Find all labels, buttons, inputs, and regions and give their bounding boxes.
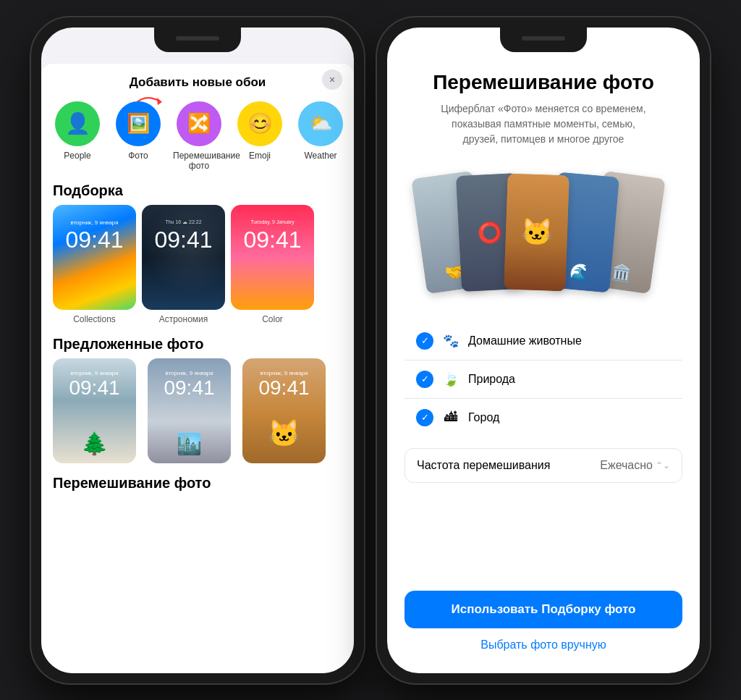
suggested-photo-3[interactable]: вторник, 9 января 09:41 🐱 (242, 358, 326, 463)
thumb-date-2: Thu 16 ☁ 22:22 (142, 214, 225, 225)
shuffle-icon-circle: 🔀 (177, 101, 221, 146)
weather-icon-circle: ⛅ (298, 101, 343, 146)
people-icon-label: People (64, 151, 90, 161)
icon-item-weather[interactable]: ⛅ Weather (290, 101, 351, 172)
column-icon: 🏛️ (610, 262, 632, 284)
left-phone-content: Добавить новые обои × 👤 People (41, 28, 354, 673)
manual-select-button[interactable]: Выбрать фото вручную (480, 638, 606, 651)
thumb-label-color: Color (262, 314, 283, 324)
option-item-city[interactable]: ✓ 🏙 Город (405, 399, 682, 437)
building-icon: 🏙️ (177, 432, 202, 456)
check-nature: ✓ (416, 371, 433, 388)
collection-thumbnails: вторник, 9 января 09:41 Collections Thu … (41, 205, 354, 327)
photo-collage: 🤝 ⭕ 🐱 🌊 � (405, 160, 682, 305)
thumb-label-astronomy: Астрономия (159, 314, 208, 324)
shuffle-icon-label: Перемешивание фото (173, 151, 225, 172)
icon-row: 👤 People 🖼️ Фото (41, 96, 354, 174)
suggested-date-2: вторник, 9 января (148, 366, 231, 376)
thumb-time-2: 09:41 (142, 227, 225, 253)
city-icon: 🏙 (442, 410, 460, 425)
thumb-item-color[interactable]: Tuesday, 9 January 09:41 Color (231, 205, 314, 324)
left-phone: Добавить новые обои × 👤 People (31, 17, 364, 683)
emoji-icon-label: Emoji (249, 151, 271, 161)
detail-scroll: Перемешивание фото Циферблат «Фото» меня… (387, 56, 700, 591)
use-collection-button[interactable]: Использовать Подборку фото (405, 591, 682, 628)
chevron-icon: ⌃⌄ (656, 460, 670, 471)
icon-item-people[interactable]: 👤 People (47, 101, 108, 172)
thumb-collections: вторник, 9 января 09:41 (53, 205, 136, 310)
winter-tree-icon: 🌲 (81, 431, 108, 456)
suggested-time-2: 09:41 (148, 376, 231, 400)
people-icon-circle: 👤 (55, 101, 100, 146)
thumb-date-3: Tuesday, 9 January (231, 214, 314, 224)
weather-icon: ⛅ (309, 112, 332, 135)
thumb-time-3: 09:41 (231, 227, 314, 253)
icon-item-photo[interactable]: 🖼️ Фото (108, 101, 169, 172)
section-collection-title: Подборка (41, 174, 354, 205)
bottom-buttons: Использовать Подборку фото Выбрать фото … (387, 591, 700, 673)
nature-icon: 🍃 (442, 371, 460, 387)
city-label: Город (468, 411, 671, 424)
suggested-time-3: 09:41 (242, 376, 326, 400)
suggested-time-1: 09:41 (53, 376, 136, 400)
frequency-value: Ежечасно ⌃⌄ (600, 459, 670, 472)
modal-sheet: Добавить новые обои × 👤 People (41, 64, 354, 673)
thumb-item-astronomy[interactable]: Thu 16 ☁ 22:22 09:41 Астрономия (142, 205, 225, 324)
suggested-photo-2[interactable]: вторник, 9 января 09:41 🏙️ (148, 358, 231, 463)
check-city: ✓ (416, 409, 433, 426)
suggested-photo-1[interactable]: вторник, 9 января 09:41 🌲 (53, 358, 136, 463)
frequency-label: Частота перемешивания (417, 459, 550, 472)
photo-icon-label: Фото (128, 151, 148, 161)
section-shuffle-title: Перемешивание фото (41, 466, 354, 497)
option-item-nature[interactable]: ✓ 🍃 Природа (405, 360, 682, 399)
option-list: ✓ 🐾 Домашние животные ✓ 🍃 Природа ✓ 🏙 Го… (405, 322, 682, 437)
modal-title: Добавить новые обои (130, 75, 266, 90)
cat-icon: 🐱 (268, 418, 300, 449)
section-suggested-title: Предложенные фото (41, 327, 354, 358)
pets-label: Домашние животные (468, 334, 671, 347)
collage-card-cat: 🐱 (504, 173, 569, 291)
close-button[interactable]: × (322, 69, 342, 90)
icon-item-shuffle[interactable]: 🔀 Перемешивание фото (169, 101, 229, 172)
emoji-icon: 😊 (247, 111, 273, 135)
frequency-row[interactable]: Частота перемешивания Ежечасно ⌃⌄ (405, 448, 682, 483)
svg-marker-0 (157, 97, 163, 105)
thumb-time-1: 09:41 (53, 227, 136, 253)
detail-title: Перемешивание фото (433, 71, 654, 94)
right-phone-notch (500, 28, 587, 52)
suggested-date-1: вторник, 9 января (53, 366, 136, 376)
thumb-label-collections: Collections (73, 314, 116, 324)
thumb-item-collections[interactable]: вторник, 9 января 09:41 Collections (53, 205, 136, 324)
weather-icon-label: Weather (304, 151, 336, 161)
frequency-value-text: Ежечасно (600, 459, 653, 472)
thumb-color: Tuesday, 9 January 09:41 (231, 205, 314, 310)
shuffle-icon: 🔀 (187, 112, 211, 135)
right-phone-speaker (522, 36, 565, 41)
thumb-date-1: вторник, 9 января (53, 214, 136, 226)
check-pets: ✓ (416, 332, 433, 350)
phone-notch (154, 28, 241, 52)
thumb-astronomy: Thu 16 ☁ 22:22 09:41 (142, 205, 225, 310)
photo-icon-circle: 🖼️ (116, 101, 161, 146)
detail-description: Циферблат «Фото» меняется со временем, п… (435, 101, 652, 147)
suggested-date-3: вторник, 9 января (242, 366, 326, 376)
pets-icon: 🐾 (442, 333, 460, 349)
option-item-pets[interactable]: ✓ 🐾 Домашние животные (405, 322, 682, 360)
right-phone-content: Перемешивание фото Циферблат «Фото» меня… (387, 28, 700, 673)
photo-icon: 🖼️ (127, 112, 150, 135)
cat-photo-icon: 🐱 (520, 216, 553, 248)
water-icon: 🌊 (568, 261, 591, 284)
right-phone: Перемешивание фото Циферблат «Фото» меня… (377, 17, 710, 683)
people-icon: 👤 (65, 111, 90, 135)
icon-item-emoji[interactable]: 😊 Emoji (229, 101, 290, 172)
suggested-thumbnails: вторник, 9 января 09:41 🌲 вторник, 9 янв… (41, 358, 354, 466)
phone-speaker (176, 36, 219, 41)
emoji-icon-circle: 😊 (237, 101, 282, 146)
modal-header: Добавить новые обои × (41, 64, 354, 96)
nature-label: Природа (468, 373, 671, 386)
